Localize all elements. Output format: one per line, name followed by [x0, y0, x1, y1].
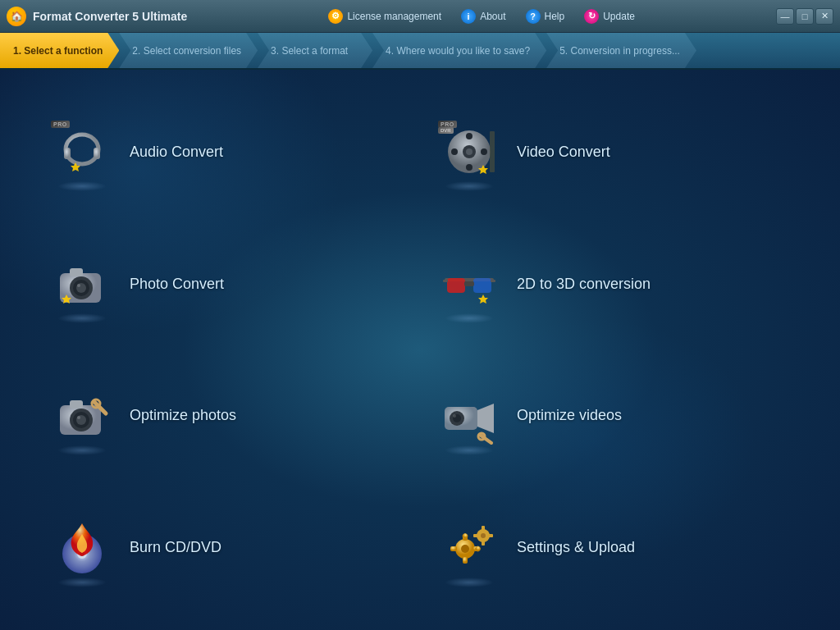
svg-marker-26: [478, 294, 488, 304]
burn-icon-wrap: [49, 515, 115, 581]
3d-icon-reflection: [445, 313, 494, 323]
audio-convert-label: Audio Convert: [130, 144, 223, 161]
about-button[interactable]: i About: [453, 6, 514, 27]
dvr-badge-video: DVR: [438, 127, 454, 134]
photo-convert-icon-wrap: [49, 251, 115, 317]
audio-convert-icon: [53, 123, 111, 180]
svg-point-46: [461, 545, 469, 553]
license-icon: ⚙: [328, 9, 343, 24]
main-content: PRO Audio Conver: [0, 70, 840, 630]
step-2-label: 2. Select conversion files: [132, 45, 241, 57]
video-icon-reflection: [445, 181, 494, 191]
svg-rect-48: [463, 557, 468, 564]
audio-convert-icon-wrap: PRO: [49, 119, 115, 185]
svg-rect-11: [490, 131, 495, 172]
svg-rect-1: [64, 148, 71, 159]
about-label: About: [480, 11, 505, 22]
step-1-label: 1. Select a function: [13, 45, 103, 57]
update-button[interactable]: ↻ Update: [576, 6, 643, 27]
help-label: Help: [545, 11, 565, 22]
svg-rect-23: [464, 281, 474, 286]
optimize-photos-item[interactable]: Optimize photos: [33, 350, 420, 482]
photo-convert-icon: [53, 255, 111, 313]
svg-point-9: [451, 148, 458, 155]
opt-photo-icon-wrap: [49, 383, 115, 449]
svg-rect-49: [450, 546, 457, 551]
audio-icon-reflection: [57, 181, 107, 191]
step-3[interactable]: 3. Select a format: [258, 33, 372, 68]
optimize-videos-item[interactable]: Optimize videos: [420, 350, 807, 482]
pro-badge-audio: PRO: [51, 121, 70, 128]
svg-point-8: [466, 164, 472, 171]
svg-rect-2: [94, 148, 100, 159]
app-icon: 🏠: [7, 7, 26, 26]
2d-3d-icon-wrap: [436, 251, 502, 317]
video-convert-item[interactable]: PRO DVR: [420, 86, 807, 218]
svg-point-54: [481, 533, 486, 538]
opt-video-reflection: [445, 445, 494, 455]
svg-point-38: [453, 414, 456, 418]
svg-rect-28: [70, 400, 83, 409]
svg-rect-58: [488, 534, 493, 537]
license-label: License management: [347, 11, 441, 22]
help-button[interactable]: ? Help: [518, 6, 573, 27]
2d-3d-icon: [441, 255, 498, 313]
photo-icon-reflection: [57, 313, 107, 323]
svg-marker-39: [477, 404, 494, 433]
svg-rect-25: [491, 280, 495, 282]
step-2[interactable]: 2. Select conversion files: [119, 33, 258, 68]
settings-label: Settings & Upload: [517, 539, 635, 556]
app-title: Format Converter 5 Ultimate: [33, 10, 187, 23]
svg-point-0: [66, 135, 98, 164]
svg-point-6: [466, 148, 472, 155]
step-1[interactable]: 1. Select a function: [0, 33, 119, 68]
photo-convert-label: Photo Convert: [130, 276, 224, 293]
titlebar-left: 🏠 Format Converter 5 Ultimate: [7, 7, 187, 26]
svg-rect-56: [482, 541, 485, 546]
svg-point-32: [77, 416, 80, 419]
svg-rect-22: [473, 278, 491, 293]
svg-rect-14: [70, 268, 83, 276]
step-5[interactable]: 5. Conversion in progress...: [546, 33, 696, 68]
update-label: Update: [603, 11, 635, 22]
opt-photo-reflection: [57, 445, 107, 455]
photo-convert-item[interactable]: Photo Convert: [33, 218, 420, 350]
opt-videos-label: Optimize videos: [517, 407, 622, 424]
burn-icon-reflection: [57, 578, 107, 587]
settings-icon-wrap: [436, 515, 502, 581]
help-icon: ?: [526, 9, 541, 24]
step-5-label: 5. Conversion in progress...: [559, 45, 680, 57]
video-convert-icon-wrap: PRO DVR: [436, 119, 502, 185]
svg-point-7: [466, 133, 472, 139]
step-4-label: 4. Where would you like to save?: [386, 45, 530, 57]
opt-video-icon-wrap: [436, 383, 502, 449]
svg-rect-21: [447, 278, 465, 293]
video-convert-label: Video Convert: [517, 144, 610, 161]
settings-icon-reflection: [445, 578, 494, 587]
svg-point-10: [481, 148, 487, 155]
svg-rect-55: [482, 526, 485, 531]
svg-rect-24: [443, 280, 448, 282]
step-4[interactable]: 4. Where would you like to save?: [372, 33, 546, 68]
burn-label: Burn CD/DVD: [130, 539, 221, 556]
opt-photos-label: Optimize photos: [130, 407, 236, 424]
maximize-button[interactable]: □: [796, 8, 814, 25]
burn-icon: [53, 519, 111, 577]
license-button[interactable]: ⚙ License management: [320, 6, 450, 27]
titlebar: 🏠 Format Converter 5 Ultimate ⚙ License …: [0, 0, 840, 33]
steps-bar: 1. Select a function 2. Select conversio…: [0, 33, 840, 70]
settings-upload-item[interactable]: Settings & Upload: [420, 482, 807, 614]
settings-icon: [441, 519, 498, 577]
about-icon: i: [461, 9, 476, 24]
titlebar-menu: ⚙ License management i About ? Help ↻ Up…: [320, 6, 643, 27]
burn-cd-dvd-item[interactable]: Burn CD/DVD: [33, 482, 420, 614]
svg-rect-57: [473, 534, 478, 537]
audio-convert-item[interactable]: PRO Audio Conver: [33, 86, 420, 218]
window-controls: — □ ✕: [776, 8, 833, 25]
step-3-label: 3. Select a format: [271, 45, 348, 57]
opt-photo-icon: [53, 387, 111, 445]
functions-grid: PRO Audio Conver: [0, 70, 840, 630]
minimize-button[interactable]: —: [776, 8, 794, 25]
close-button[interactable]: ✕: [815, 8, 833, 25]
2d-3d-convert-item[interactable]: 2D to 3D conversion: [420, 218, 807, 350]
